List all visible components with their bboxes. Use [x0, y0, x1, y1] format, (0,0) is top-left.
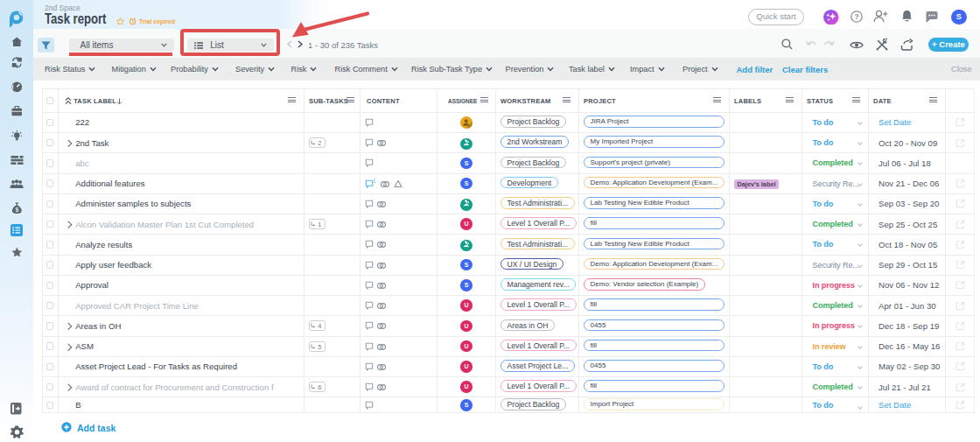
svg-text:$: $ — [15, 207, 18, 214]
svg-text:?: ? — [854, 12, 858, 21]
